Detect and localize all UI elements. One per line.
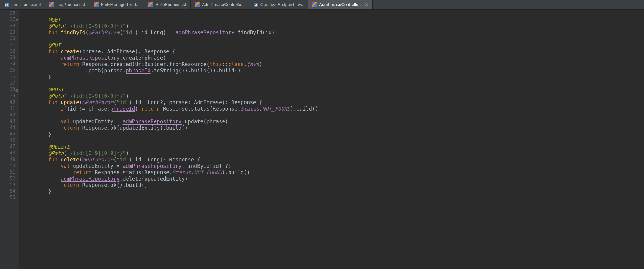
tab-persistence-xml[interactable]: persistence.xml bbox=[0, 0, 45, 9]
code-line: return Response.created(UriBuilder.fromR… bbox=[36, 61, 644, 68]
line-number: 34 bbox=[0, 61, 15, 68]
code-line: admPhraseRepository.delete(updatedEntity… bbox=[36, 176, 644, 182]
code-line: @PUT bbox=[36, 42, 644, 48]
code-line bbox=[36, 138, 644, 144]
code-line: return Response.status(Response.Status.N… bbox=[36, 169, 644, 176]
code-line: return Response.ok().build() bbox=[36, 182, 644, 188]
kotlin-file-icon bbox=[195, 2, 200, 7]
line-number: 38 bbox=[0, 87, 15, 93]
line-number: 26 bbox=[0, 10, 15, 17]
fold-icon[interactable] bbox=[15, 145, 18, 148]
line-number: 40 bbox=[0, 99, 15, 106]
code-line: @POST bbox=[36, 87, 644, 93]
code-line bbox=[36, 80, 644, 87]
line-number: 37 bbox=[0, 80, 15, 87]
line-number: 55 bbox=[0, 195, 15, 201]
line-number: 33 bbox=[0, 55, 15, 61]
tab-helloendpoint[interactable]: HelloEndpoint.kt bbox=[144, 0, 191, 9]
code-line: if(id != phrase.phraseId) return Respons… bbox=[36, 106, 644, 112]
line-number: 50 bbox=[0, 163, 15, 169]
code-line: admPhraseRepository.create(phrase) bbox=[36, 55, 644, 61]
fold-icon[interactable] bbox=[15, 18, 18, 21]
code-line bbox=[36, 195, 644, 201]
code-line: .path(phrase.phraseId.toString()).build(… bbox=[36, 68, 644, 74]
line-number: 49 bbox=[0, 157, 15, 163]
tab-admphrasecontroller-active[interactable]: AdmPhraseControlle... bbox=[308, 0, 373, 9]
line-number: 32 bbox=[0, 48, 15, 55]
code-area[interactable]: @GET @Path("/{id:[0-9][0-9]*}") fun find… bbox=[19, 10, 644, 269]
line-number-gutter: 2627282930313233343536373839404142434445… bbox=[0, 10, 19, 269]
line-number: 30 bbox=[0, 36, 15, 42]
line-number: 28 bbox=[0, 23, 15, 29]
tab-label: EnityManagerProd... bbox=[101, 2, 139, 8]
code-line: fun findById(@PathParam("id") id:Long) =… bbox=[36, 29, 644, 36]
tab-label: LogProducer.kt bbox=[56, 2, 85, 8]
line-number: 54 bbox=[0, 188, 15, 195]
code-line: @Path("/{id:[0-9][0-9]*}") bbox=[36, 23, 644, 29]
code-editor[interactable]: 2627282930313233343536373839404142434445… bbox=[0, 10, 644, 269]
tab-entitymanager[interactable]: EnityManagerProd... bbox=[89, 0, 144, 9]
code-line: fun update(@PathParam("id") id: Long?, p… bbox=[36, 99, 644, 106]
code-line bbox=[36, 112, 644, 118]
tab-label: AdmPhraseControlle... bbox=[319, 2, 362, 8]
line-number: 51 bbox=[0, 169, 15, 176]
tab-label: HelloEndpoint.kt bbox=[155, 2, 186, 8]
code-line: val updatedEntity = admPhraseRepository.… bbox=[36, 118, 644, 125]
line-number: 31 bbox=[0, 42, 15, 48]
line-number: 35 bbox=[0, 68, 15, 74]
line-number: 29 bbox=[0, 29, 15, 36]
code-line: fun delete(@PathParam("id") id: Long): R… bbox=[36, 157, 644, 163]
tab-label: GoodbyeEndpoint.java bbox=[260, 2, 304, 8]
editor-tab-bar: persistence.xml LogProducer.kt EnityMana… bbox=[0, 0, 644, 10]
kotlin-file-icon bbox=[94, 2, 99, 7]
kotlin-file-icon bbox=[148, 2, 153, 7]
tab-goodbyeendpoint[interactable]: J GoodbyeEndpoint.java bbox=[249, 0, 308, 9]
tab-label: AdmPhraseControlle... bbox=[202, 2, 245, 8]
code-line: } bbox=[36, 188, 644, 195]
line-number: 46 bbox=[0, 138, 15, 144]
code-line bbox=[36, 36, 644, 42]
code-line: return Response.ok(updatedEntity).build(… bbox=[36, 125, 644, 131]
line-number: 43 bbox=[0, 118, 15, 125]
line-number: 41 bbox=[0, 106, 15, 112]
line-number: 47 bbox=[0, 144, 15, 150]
close-icon[interactable] bbox=[365, 3, 368, 6]
code-line: @GET bbox=[36, 17, 644, 23]
svg-text:J: J bbox=[255, 3, 257, 7]
line-number: 53 bbox=[0, 182, 15, 188]
code-line: @DELETE bbox=[36, 144, 644, 150]
line-number: 44 bbox=[0, 125, 15, 131]
line-number: 52 bbox=[0, 176, 15, 182]
xml-file-icon bbox=[4, 2, 9, 7]
code-line bbox=[36, 10, 644, 17]
line-number: 39 bbox=[0, 93, 15, 99]
code-line: fun create(phrase: AdmPhrase): Response … bbox=[36, 48, 644, 55]
line-number: 42 bbox=[0, 112, 15, 118]
code-line: } bbox=[36, 131, 644, 138]
line-number: 48 bbox=[0, 150, 15, 157]
code-line: val updatedEntity = admPhraseRepository.… bbox=[36, 163, 644, 169]
code-line: @Path("/{id:[0-9][0-9]*}") bbox=[36, 150, 644, 157]
fold-icon[interactable] bbox=[15, 43, 18, 46]
fold-icon[interactable] bbox=[15, 88, 18, 91]
java-file-icon: J bbox=[253, 2, 258, 7]
line-number: 45 bbox=[0, 131, 15, 138]
kotlin-file-icon bbox=[312, 2, 317, 7]
code-line: } bbox=[36, 74, 644, 80]
kotlin-file-icon bbox=[49, 2, 54, 7]
line-number: 36 bbox=[0, 74, 15, 80]
tab-admphrasecontroller[interactable]: AdmPhraseControlle... bbox=[191, 0, 249, 9]
line-number: 27 bbox=[0, 17, 15, 23]
code-line: @Path("/{id:[0-9][0-9]*}") bbox=[36, 93, 644, 99]
tab-label: persistence.xml bbox=[11, 2, 41, 8]
tab-logproducer[interactable]: LogProducer.kt bbox=[45, 0, 89, 9]
